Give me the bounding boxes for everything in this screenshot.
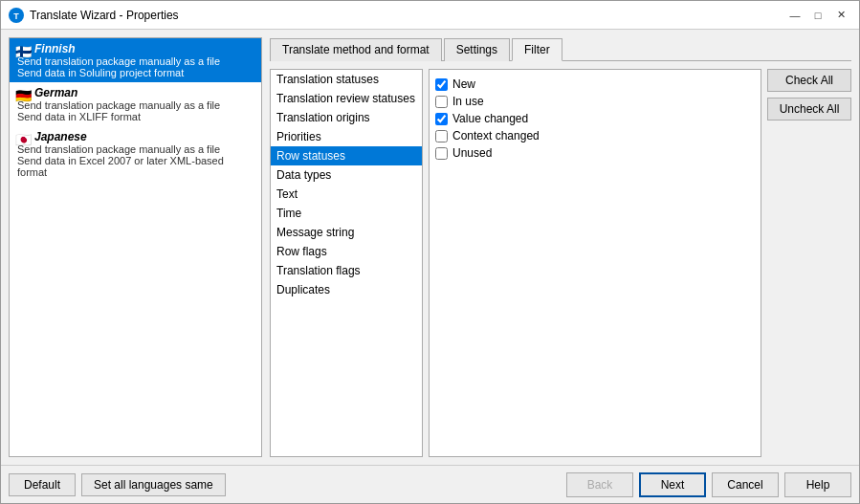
checkbox-in-use[interactable] bbox=[435, 96, 448, 108]
checkbox-item-4: Unused bbox=[435, 144, 755, 162]
checkbox-label-2: Value changed bbox=[452, 112, 528, 125]
back-button[interactable]: Back bbox=[566, 472, 633, 497]
window-controls: — □ ✕ bbox=[784, 6, 851, 25]
checkbox-context-changed[interactable] bbox=[435, 130, 448, 142]
checkbox-new[interactable] bbox=[435, 78, 448, 91]
category-item-10[interactable]: Translation flags bbox=[271, 261, 422, 280]
category-item-3[interactable]: Priorities bbox=[271, 127, 422, 146]
language-item-2[interactable]: 🇯🇵JapaneseSend translation package manua… bbox=[10, 126, 261, 182]
category-item-1[interactable]: Translation review statuses bbox=[271, 89, 422, 108]
close-button[interactable]: ✕ bbox=[830, 6, 851, 25]
bottom-bar: Default Set all languages same Back Next… bbox=[1, 465, 859, 503]
window-title: Translate Wizard - Properties bbox=[30, 9, 784, 22]
category-list: Translation statusesTranslation review s… bbox=[270, 69, 423, 457]
bottom-right-buttons: Back Next Cancel Help bbox=[566, 472, 851, 497]
maximize-button[interactable]: □ bbox=[807, 6, 828, 25]
cancel-button[interactable]: Cancel bbox=[712, 472, 779, 497]
uncheck-all-button[interactable]: Uncheck All bbox=[767, 98, 851, 121]
main-area: Translate method and format Settings Fil… bbox=[262, 30, 859, 465]
checkbox-item-1: In use bbox=[435, 93, 755, 110]
category-item-2[interactable]: Translation origins bbox=[271, 108, 422, 127]
category-item-4[interactable]: Row statuses bbox=[271, 146, 422, 165]
category-item-7[interactable]: Time bbox=[271, 204, 422, 223]
checkbox-unused[interactable] bbox=[435, 147, 448, 160]
checkbox-label-0: New bbox=[452, 77, 475, 91]
bottom-left-buttons: Default Set all languages same bbox=[9, 473, 561, 496]
language-item-0[interactable]: 🇫🇮FinnishSend translation package manual… bbox=[10, 38, 261, 82]
checkbox-value-changed[interactable] bbox=[435, 113, 448, 125]
main-window: T Translate Wizard - Properties — □ ✕ 🇫🇮… bbox=[0, 0, 860, 504]
tab-translate-method[interactable]: Translate method and format bbox=[270, 38, 442, 61]
svg-text:T: T bbox=[13, 11, 19, 21]
checkbox-label-4: Unused bbox=[452, 146, 492, 160]
checkbox-item-0: New bbox=[435, 76, 755, 93]
category-item-6[interactable]: Text bbox=[271, 185, 422, 204]
main-content: 🇫🇮FinnishSend translation package manual… bbox=[1, 30, 859, 465]
filter-tab-content: Translation statusesTranslation review s… bbox=[270, 69, 851, 457]
tab-filter[interactable]: Filter bbox=[512, 38, 562, 61]
app-icon: T bbox=[9, 8, 24, 23]
default-button[interactable]: Default bbox=[9, 473, 76, 496]
checkbox-item-3: Context changed bbox=[435, 127, 755, 144]
help-button[interactable]: Help bbox=[784, 472, 851, 497]
language-item-1[interactable]: 🇩🇪GermanSend translation package manuall… bbox=[10, 82, 261, 126]
category-item-0[interactable]: Translation statuses bbox=[271, 70, 422, 89]
category-item-11[interactable]: Duplicates bbox=[271, 280, 422, 299]
tab-bar: Translate method and format Settings Fil… bbox=[270, 37, 851, 61]
minimize-button[interactable]: — bbox=[784, 6, 805, 25]
category-item-8[interactable]: Message string bbox=[271, 223, 422, 242]
options-panel: NewIn useValue changedContext changedUnu… bbox=[429, 69, 761, 457]
tab-settings[interactable]: Settings bbox=[444, 38, 510, 61]
category-item-9[interactable]: Row flags bbox=[271, 242, 422, 261]
set-all-languages-button[interactable]: Set all languages same bbox=[81, 473, 226, 496]
language-list: 🇫🇮FinnishSend translation package manual… bbox=[9, 37, 262, 457]
checkbox-label-1: In use bbox=[452, 95, 484, 108]
checkbox-item-2: Value changed bbox=[435, 110, 755, 127]
title-bar: T Translate Wizard - Properties — □ ✕ bbox=[1, 1, 859, 30]
right-buttons: Check All Uncheck All bbox=[767, 69, 851, 457]
checkbox-label-3: Context changed bbox=[452, 129, 540, 142]
next-button[interactable]: Next bbox=[639, 472, 706, 497]
category-item-5[interactable]: Data types bbox=[271, 165, 422, 185]
check-all-button[interactable]: Check All bbox=[767, 69, 851, 92]
